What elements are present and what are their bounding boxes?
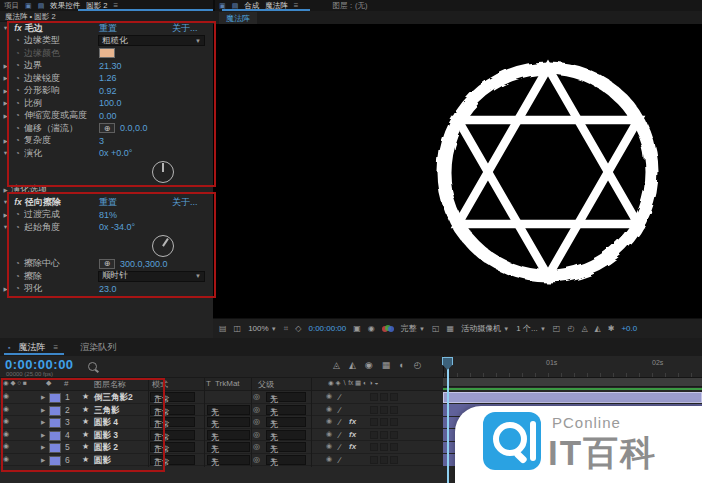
mode-dropdown[interactable]: 正常▼: [150, 442, 195, 452]
switch-cell[interactable]: [380, 418, 388, 426]
tab-render-queue[interactable]: 渲染队列: [80, 341, 116, 354]
quality-icon[interactable]: ∕: [339, 417, 340, 427]
twirl-right-icon[interactable]: ▶: [0, 138, 11, 144]
property-value[interactable]: 0.00: [99, 111, 117, 121]
mode-dropdown[interactable]: 正常▼: [150, 405, 195, 415]
label-color-chip[interactable]: [49, 456, 61, 466]
quality-icon[interactable]: ∕: [339, 405, 340, 415]
label-color-chip[interactable]: [49, 393, 61, 403]
stopwatch-icon[interactable]: ◔: [11, 86, 24, 95]
twirl-right-icon[interactable]: ▶: [41, 432, 45, 438]
shy-icon[interactable]: ◉: [326, 430, 332, 438]
trkmat-dropdown[interactable]: 无▼: [207, 405, 250, 415]
stopwatch-icon[interactable]: ◔: [11, 149, 24, 158]
draft-3d-icon[interactable]: ◭: [349, 360, 356, 370]
panel-menu-icon[interactable]: ≡: [53, 343, 58, 352]
work-area-bar[interactable]: [443, 378, 702, 387]
property-value[interactable]: 21.30: [99, 61, 122, 71]
property-value[interactable]: 100.0: [99, 98, 122, 108]
switch-cell[interactable]: [370, 431, 378, 439]
quality-icon[interactable]: ∕: [339, 455, 340, 465]
tab-project[interactable]: 项目: [4, 1, 19, 11]
safe-margins-icon[interactable]: ⌗: [284, 324, 289, 334]
stopwatch-icon[interactable]: ◔: [11, 74, 24, 83]
fx-switch-icon[interactable]: fx: [349, 430, 356, 439]
view-count-dropdown[interactable]: 1 个... ▼: [516, 323, 546, 334]
twirl-right-icon[interactable]: ▶: [41, 394, 45, 400]
composition-view[interactable]: [213, 24, 702, 318]
point-control-icon[interactable]: ⊕: [99, 259, 115, 269]
switch-cell[interactable]: [370, 443, 378, 451]
stopwatch-icon[interactable]: ◔: [11, 223, 24, 232]
layer-name[interactable]: 圆影 2: [94, 442, 118, 454]
flowchart-icon[interactable]: ◭: [595, 324, 601, 333]
stopwatch-icon[interactable]: ◔: [11, 210, 24, 219]
property-value[interactable]: 23.0: [99, 284, 117, 294]
always-preview-icon[interactable]: ▤: [219, 324, 227, 333]
quality-icon[interactable]: ∕: [339, 442, 340, 452]
trkmat-dropdown[interactable]: 无▼: [207, 430, 250, 440]
monitor-icon[interactable]: ◫: [234, 324, 242, 333]
twirl-right-icon[interactable]: ▶: [0, 75, 11, 81]
layer-name[interactable]: 圆影: [94, 455, 111, 467]
angle-dial[interactable]: [152, 235, 174, 257]
trkmat-dropdown[interactable]: 无▼: [207, 442, 250, 452]
switch-cell[interactable]: [370, 406, 378, 414]
layer-row[interactable]: ◉▶ 4 ★ 圆影 3 正常▼ 无▼ ◎ 无▼ ◉∕fx: [0, 429, 443, 442]
switch-cell[interactable]: [380, 443, 388, 451]
switch-cell[interactable]: [390, 456, 398, 464]
pickwhip-icon[interactable]: ◎: [253, 417, 260, 426]
property-value[interactable]: 0x +0.0°: [99, 148, 132, 158]
current-timecode[interactable]: 0:00:00:00: [5, 357, 74, 372]
pickwhip-icon[interactable]: ◎: [253, 405, 260, 414]
current-time-indicator-line[interactable]: [447, 357, 449, 483]
stopwatch-icon[interactable]: ◔: [11, 284, 24, 293]
shy-icon[interactable]: ◉: [326, 455, 332, 463]
layer-duration-bar[interactable]: [443, 392, 702, 404]
time-ruler[interactable]: 01s 02s: [443, 356, 702, 378]
stopwatch-icon[interactable]: ◔: [11, 124, 24, 133]
property-value[interactable]: 0.92: [99, 86, 117, 96]
quality-icon[interactable]: ∕: [339, 392, 340, 402]
twirl-down-icon[interactable]: ▼: [0, 150, 11, 156]
pickwhip-icon[interactable]: ◎: [253, 430, 260, 439]
shy-icon[interactable]: ◉: [326, 405, 332, 413]
tab-layer[interactable]: 图层：(无): [332, 1, 367, 11]
layer-row[interactable]: ◉▶ 2 ★ 三角影 正常▼ 无▼ ◎ 无▼ ◉∕: [0, 404, 443, 417]
eye-icon[interactable]: ◉: [3, 405, 9, 413]
eye-icon[interactable]: ◉: [3, 442, 9, 450]
transparency-grid-icon[interactable]: ▦: [447, 324, 455, 333]
stopwatch-icon[interactable]: ◔: [11, 36, 24, 45]
pickwhip-icon[interactable]: ◎: [253, 392, 260, 401]
trkmat-dropdown[interactable]: 无▼: [207, 455, 250, 465]
parent-dropdown[interactable]: 无▼: [266, 430, 306, 440]
column-divider[interactable]: [311, 378, 312, 467]
twirl-right-icon[interactable]: ▶: [0, 63, 11, 69]
twirl-down-icon[interactable]: ▼: [0, 224, 11, 230]
twirl-right-icon[interactable]: ▶: [41, 419, 45, 425]
property-value[interactable]: 3: [99, 136, 104, 146]
zoom-level-dropdown[interactable]: 100% ▼: [248, 324, 277, 333]
parent-dropdown[interactable]: 无▼: [266, 405, 306, 415]
shy-icon[interactable]: ◉: [326, 417, 332, 425]
layer-row[interactable]: ◉▶ 3 ★ 圆影 4 正常▼ 无▼ ◎ 无▼ ◉∕fx: [0, 416, 443, 429]
tab-timeline-comp[interactable]: 魔法阵: [18, 341, 45, 354]
switch-cell[interactable]: [380, 456, 388, 464]
switch-cell[interactable]: [390, 393, 398, 401]
stopwatch-icon[interactable]: ◔: [11, 99, 24, 108]
eye-icon[interactable]: ◉: [3, 455, 9, 463]
mode-dropdown[interactable]: 正常▼: [150, 417, 195, 427]
layer-name[interactable]: 三角影: [94, 405, 120, 417]
snapshot-camera-icon[interactable]: ▣: [353, 324, 361, 333]
switch-cell[interactable]: [380, 406, 388, 414]
motion-blur-icon[interactable]: ◐: [399, 360, 404, 370]
hide-shy-icon[interactable]: ◉: [365, 360, 373, 370]
switch-cell[interactable]: [390, 418, 398, 426]
twirl-right-icon[interactable]: ▶: [41, 457, 45, 463]
pickwhip-icon[interactable]: ◎: [253, 455, 260, 464]
frame-blend-icon[interactable]: ▦: [382, 360, 391, 370]
parent-dropdown[interactable]: 无▼: [266, 455, 306, 465]
stopwatch-icon[interactable]: ◔: [11, 111, 24, 120]
label-color-chip[interactable]: [49, 406, 61, 416]
mini-flowchart-icon[interactable]: ◬: [333, 360, 340, 370]
